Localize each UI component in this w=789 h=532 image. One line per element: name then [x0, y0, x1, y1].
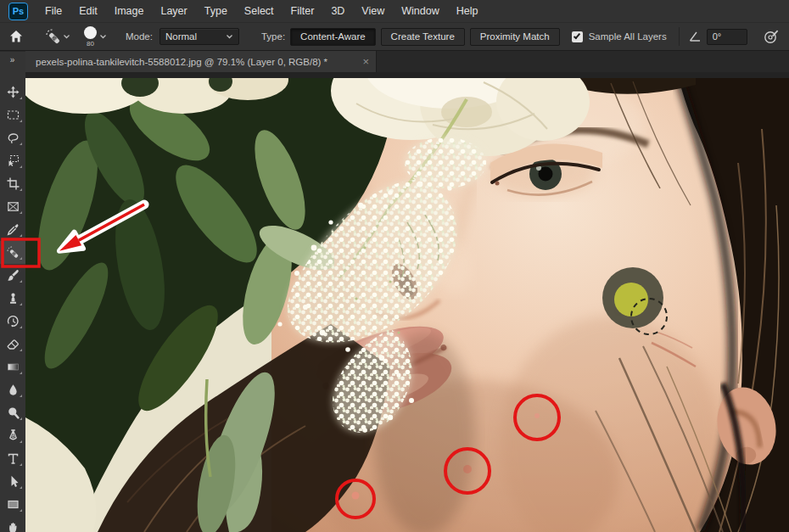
tools-panel: »: [0, 51, 25, 532]
document-title: pexels-polina-tankilevitch-5588012.jpg @…: [36, 57, 357, 67]
mode-label: Mode:: [126, 31, 153, 42]
home-icon[interactable]: [5, 29, 27, 44]
photoshop-window: Ps File Edit Image Layer Type Select Fil…: [0, 0, 789, 532]
tool-type[interactable]: [0, 447, 25, 470]
tool-lasso[interactable]: [0, 126, 25, 149]
tool-eyedropper[interactable]: [0, 218, 25, 241]
brush-preview-icon: [84, 26, 97, 39]
document-tab-bar: pexels-polina-tankilevitch-5588012.jpg @…: [25, 51, 789, 72]
document-canvas[interactable]: [25, 72, 789, 532]
photoshop-logo-icon[interactable]: Ps: [8, 3, 28, 20]
tool-eraser[interactable]: [0, 333, 25, 356]
photo-image: [25, 78, 789, 532]
document-tab[interactable]: pexels-polina-tankilevitch-5588012.jpg @…: [25, 51, 377, 72]
menu-edit[interactable]: Edit: [70, 0, 106, 22]
mode-dropdown[interactable]: Normal: [159, 28, 239, 45]
menu-help[interactable]: Help: [448, 0, 487, 22]
mode-value: Normal: [165, 31, 197, 42]
menu-window[interactable]: Window: [393, 0, 447, 22]
menu-3d[interactable]: 3D: [322, 0, 353, 22]
angle-value: 0°: [713, 31, 722, 42]
menu-filter[interactable]: Filter: [283, 0, 323, 22]
tool-history-brush[interactable]: [0, 310, 25, 333]
content-aware-button[interactable]: Content-Aware: [290, 28, 376, 46]
tool-blur[interactable]: [0, 378, 25, 401]
chevron-down-icon: [99, 34, 107, 39]
tool-pen[interactable]: [0, 424, 25, 447]
checkmark-icon: [574, 31, 580, 39]
tool-path-selection[interactable]: [0, 470, 25, 493]
tool-rectangular-marquee[interactable]: [0, 104, 25, 126]
menu-bar: Ps File Edit Image Layer Type Select Fil…: [0, 0, 789, 22]
tool-object-selection[interactable]: [0, 149, 25, 172]
menu-file[interactable]: File: [36, 0, 70, 22]
menu-layer[interactable]: Layer: [152, 0, 195, 22]
brush-size-picker[interactable]: 80: [84, 26, 107, 48]
angle-input[interactable]: 0°: [707, 29, 747, 45]
tool-brush[interactable]: [0, 264, 25, 287]
expand-panel-icon[interactable]: »: [0, 52, 25, 70]
tool-dodge[interactable]: [0, 401, 25, 424]
separator: [679, 27, 680, 46]
chevron-down-icon: [63, 34, 70, 39]
chevron-down-icon: [226, 34, 233, 39]
type-label: Type:: [261, 31, 285, 42]
menu-type[interactable]: Type: [196, 0, 236, 22]
tool-hand[interactable]: [0, 516, 25, 532]
tool-spot-healing-brush[interactable]: [0, 241, 25, 264]
menu-select[interactable]: Select: [236, 0, 283, 22]
tool-move[interactable]: [0, 81, 25, 104]
tool-crop[interactable]: [0, 172, 25, 195]
spot-healing-brush-icon: [44, 27, 63, 46]
spot-healing-tool-preset[interactable]: [44, 27, 70, 46]
angle-icon: [688, 31, 702, 42]
tool-options-bar: 80 Mode: Normal Type: Content-Aware Crea…: [0, 22, 789, 51]
brush-size-value: 80: [87, 40, 94, 48]
menu-view[interactable]: View: [353, 0, 393, 22]
tool-gradient[interactable]: [0, 356, 25, 378]
tool-rectangle[interactable]: [0, 493, 25, 516]
create-texture-button[interactable]: Create Texture: [381, 28, 465, 46]
menu-image[interactable]: Image: [106, 0, 153, 22]
tool-clone-stamp[interactable]: [0, 287, 25, 310]
tool-frame[interactable]: [0, 195, 25, 218]
pen-pressure-icon[interactable]: [763, 28, 780, 45]
proximity-match-button[interactable]: Proximity Match: [470, 28, 560, 46]
sample-all-layers-label: Sample All Layers: [589, 31, 667, 42]
close-tab-icon[interactable]: ×: [362, 57, 369, 67]
sample-all-layers-checkbox[interactable]: [572, 31, 583, 42]
